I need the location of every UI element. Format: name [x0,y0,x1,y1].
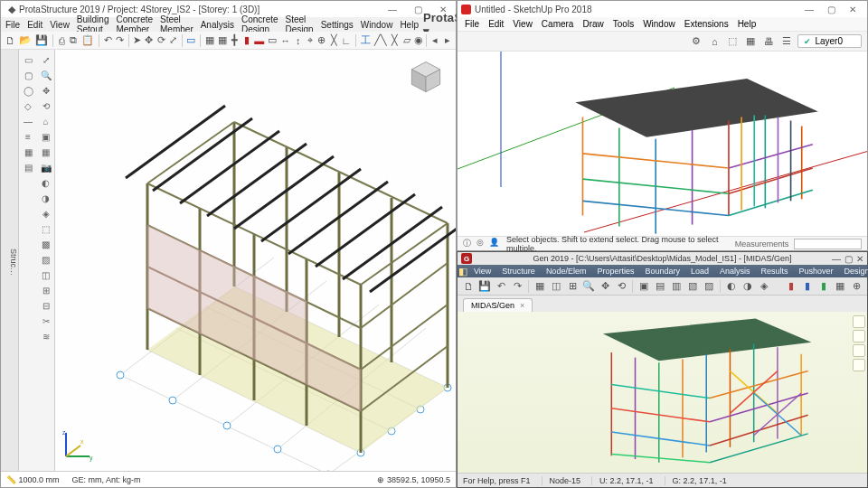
tool-icon[interactable]: ▧ [685,279,700,294]
panel-btn[interactable] [853,344,865,357]
menu-file[interactable]: File [3,20,23,30]
tool-icon[interactable]: ▥ [669,279,684,294]
tool-icon[interactable]: ▮ [800,279,815,294]
tool-icon[interactable]: ☰ [779,34,794,49]
rotate-icon[interactable]: ⟳ [156,33,166,48]
menu-window[interactable]: Window [358,20,396,30]
save-icon[interactable]: 💾 [34,33,49,48]
menu-load[interactable]: Load [685,267,714,276]
tool-icon[interactable]: ▮ [784,279,798,294]
minimize-button[interactable]: — [832,254,841,264]
vtool-icon[interactable]: ▤ [22,161,34,174]
vtool-icon[interactable]: ⬚ [40,222,52,235]
app-menu-icon[interactable]: ◧ [458,264,468,278]
tool-icon[interactable]: ⊕ [849,279,863,294]
tool-icon[interactable]: ↶ [494,279,508,294]
vtool-icon[interactable]: 🔍 [40,69,52,81]
menu-analysis[interactable]: Analysis [714,267,756,276]
vtool-icon[interactable]: ⊟ [40,299,52,312]
scale-icon[interactable]: ⤢ [168,33,178,48]
vtool-icon[interactable]: ≡ [22,130,34,143]
copy-icon[interactable]: ⧉ [69,33,79,48]
menu-view[interactable]: View [47,20,72,30]
close-button[interactable]: ✕ [842,5,863,14]
menu-design[interactable]: Design [839,267,868,276]
menu-view[interactable]: View [509,19,536,29]
vtool-icon[interactable]: ◐ [40,176,52,189]
menu-window[interactable]: Window [639,19,679,29]
vtool-icon[interactable]: ◇ [22,99,34,112]
vtool-icon[interactable]: ▣ [40,130,52,143]
redo-icon[interactable]: ↷ [115,33,125,48]
tool-icon[interactable]: ▣ [637,279,651,294]
layer-dropdown[interactable]: Layer0 [797,34,862,48]
ps-titlebar[interactable]: ◆ ProtaStructure 2019 / Project: 4Storey… [1,1,456,17]
joint-icon[interactable]: ◉ [413,33,424,48]
su-3d-viewport[interactable] [458,52,867,236]
vtool-icon[interactable]: ▨ [40,253,52,266]
menu-structure[interactable]: Structure [496,267,541,276]
plate-icon[interactable]: ▱ [401,33,411,48]
grid2-icon[interactable]: ▦ [217,33,228,48]
vtool-icon[interactable]: ▩ [40,238,52,250]
tool-icon[interactable]: ▮ [816,279,831,294]
new-icon[interactable]: 🗋 [5,33,16,48]
ibeam-icon[interactable]: 工 [360,33,372,48]
vtool-icon[interactable]: ◫ [40,268,52,281]
menu-file[interactable]: File [461,19,483,29]
menu-view[interactable]: View [468,267,496,276]
panel-btn[interactable] [853,359,865,371]
ortho-icon[interactable]: ∟ [341,33,353,48]
brace-icon[interactable]: ╳ [390,33,400,48]
dim2-icon[interactable]: ↕ [293,33,303,48]
mg-3d-viewport[interactable] [458,312,867,473]
menu-edit[interactable]: Edit [24,20,45,30]
maximize-button[interactable]: ▢ [820,5,842,14]
vtool-icon[interactable]: ◯ [22,84,34,97]
vtool-icon[interactable]: ≋ [40,330,52,343]
tool-icon[interactable]: ⊞ [565,279,580,294]
print-icon[interactable]: ⎙ [57,33,67,48]
tool-icon[interactable]: ◐ [724,279,739,294]
snap-icon[interactable]: ⌖ [305,33,315,48]
menu-edit[interactable]: Edit [485,19,507,29]
right-icon[interactable]: ▸ [442,33,452,48]
axis-icon[interactable]: ╋ [230,33,240,48]
truss-icon[interactable]: ╱╲ [373,33,388,48]
minimize-button[interactable]: — [383,5,401,14]
ps-3d-viewport[interactable]: z y x [55,50,456,471]
undo-icon[interactable]: ↶ [103,33,113,48]
tool-icon[interactable]: 💾 [477,279,492,294]
menu-analysis[interactable]: Analysis [198,20,237,30]
ps-side-tab[interactable]: Struc… [1,50,19,471]
close-button[interactable]: ✕ [856,254,863,264]
menu-draw[interactable]: Draw [579,19,607,29]
maximize-button[interactable]: ▢ [844,254,853,264]
dim-icon[interactable]: ↔ [279,33,291,48]
paste-icon[interactable]: 📋 [80,33,95,48]
vtool-icon[interactable]: ▦ [22,145,34,158]
menu-help[interactable]: Help [397,20,421,30]
tool-icon[interactable]: ▤ [653,279,667,294]
tool-icon[interactable]: ▦ [833,279,847,294]
panel-btn[interactable] [853,330,865,343]
menu-nodeelem[interactable]: Node/Elem [541,267,592,276]
left-icon[interactable]: ◂ [430,33,440,48]
menu-pushover[interactable]: Pushover [794,267,839,276]
column-icon[interactable]: ▮ [241,33,251,48]
hint-icon[interactable]: ⓘ [463,238,471,249]
tool-icon[interactable]: ▨ [702,279,716,294]
vtool-icon[interactable]: ▭ [22,53,34,66]
snap2-icon[interactable]: ⊕ [316,33,326,48]
vtool-icon[interactable]: 📷 [40,161,52,174]
vtool-icon[interactable]: ⟲ [40,99,52,112]
tool-icon[interactable]: ⌂ [707,34,722,49]
vtool-icon[interactable]: ◑ [40,192,52,204]
vtool-icon[interactable]: ✥ [40,84,52,97]
mg-titlebar[interactable]: G Gen 2019 - [C:\Users\Attasit\Desktop\M… [458,252,867,265]
tool-icon[interactable]: ◑ [741,279,755,294]
tool-icon[interactable]: ▦ [533,279,547,294]
menu-boundary[interactable]: Boundary [639,267,685,276]
tool-icon[interactable]: ⚙ [689,34,703,49]
open-icon[interactable]: 📂 [18,33,33,48]
